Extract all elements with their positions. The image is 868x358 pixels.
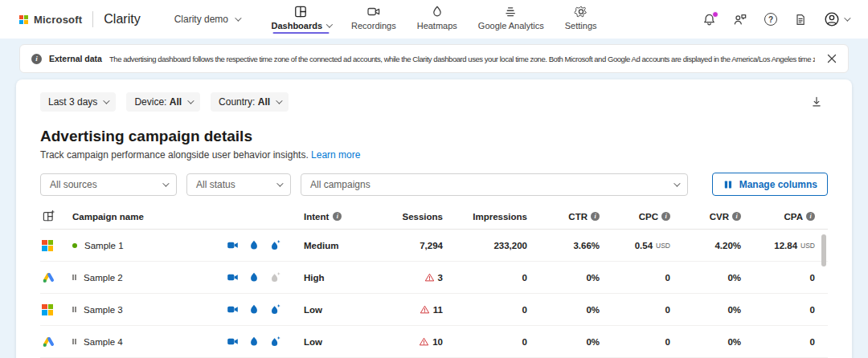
col-campaign-name[interactable]: Campaign name (72, 212, 227, 222)
cpa-value: 0 (741, 305, 815, 315)
status-dropdown[interactable]: All status (186, 173, 291, 196)
col-ctr[interactable]: CTRi (527, 212, 600, 222)
info-icon[interactable]: i (333, 212, 342, 221)
col-cpc[interactable]: CPCi (600, 212, 670, 222)
ctr-value: 0% (527, 337, 600, 347)
warning-icon (419, 336, 429, 347)
impressions-value: 0 (443, 337, 527, 347)
campaign-name: Sample 3 (84, 305, 123, 315)
cpa-value: 0 (741, 337, 815, 347)
chevron-down-icon (187, 97, 194, 104)
chevron-down-icon (276, 97, 282, 104)
device-filter-text: Device: All (134, 96, 182, 108)
status-active-icon (72, 243, 77, 248)
campaigns-table: Campaign name Intenti Sessions Impressio… (40, 204, 828, 358)
page-title: Advertising campaign details (40, 128, 828, 145)
tab-heatmaps[interactable]: Heatmaps (417, 5, 457, 34)
account-menu[interactable] (824, 11, 849, 27)
col-sessions[interactable]: Sessions (366, 212, 443, 222)
settings-icon (574, 5, 588, 18)
heatmap-icon[interactable] (248, 271, 260, 283)
campaign-name: Sample 2 (84, 273, 123, 283)
tab-dashboards[interactable]: Dashboards (271, 5, 330, 34)
notification-dot (712, 11, 719, 18)
cpc-value: 0 (600, 273, 670, 283)
notifications-button[interactable] (702, 13, 716, 26)
sources-dropdown[interactable]: All sources (40, 173, 177, 196)
ai-heatmap-icon[interactable] (269, 239, 281, 251)
cvr-value: 0% (670, 305, 741, 315)
main-nav: Dashboards Recordings Heatmaps Google An… (271, 5, 596, 34)
grid-add-icon (42, 210, 55, 223)
device-filter[interactable]: Device: All (126, 92, 200, 112)
intent-value: Low (294, 337, 366, 347)
col-cpa[interactable]: CPAi (741, 212, 815, 222)
intent-value: Medium (294, 241, 366, 250)
recordings-icon[interactable] (227, 336, 239, 348)
info-icon[interactable]: i (806, 212, 815, 221)
info-icon[interactable]: i (732, 212, 741, 221)
ctr-value: 0% (527, 273, 600, 283)
cpc-value: 0 (600, 305, 670, 315)
warning-icon (424, 272, 435, 283)
manage-columns-button[interactable]: Manage columns (712, 173, 828, 196)
google-ads-logo (42, 335, 55, 348)
warning-icon (420, 304, 430, 315)
ctr-value: 3.66% (527, 241, 600, 250)
cpc-value: 0.54USD (600, 241, 670, 250)
learn-more-link[interactable]: Learn more (311, 149, 360, 161)
ai-heatmap-icon[interactable] (269, 336, 281, 348)
campaign-name: Sample 1 (84, 241, 124, 250)
country-filter[interactable]: Country: All (211, 92, 289, 112)
ai-heatmap-icon[interactable] (269, 303, 281, 315)
recordings-icon[interactable] (227, 239, 239, 251)
table-row[interactable]: Sample 3 Low 11 0 0% 0 0% 0 (40, 294, 828, 326)
info-icon[interactable]: i (591, 212, 600, 221)
table-scrollbar[interactable] (821, 234, 826, 266)
manage-columns-label: Manage columns (739, 179, 817, 190)
status-paused-icon (72, 307, 76, 312)
download-button[interactable] (810, 96, 823, 108)
community-feedback-icon (733, 12, 747, 26)
table-row[interactable]: Sample 1 Medium 7,294 233,200 3.66% 0.54… (40, 230, 828, 262)
google-analytics-icon (504, 5, 518, 18)
col-intent[interactable]: Intenti (294, 212, 366, 222)
table-row[interactable]: Sample 2 High 3 0 0% 0 0% 0 (40, 262, 828, 294)
status-paused-icon (72, 339, 76, 344)
col-impressions[interactable]: Impressions (443, 212, 527, 222)
campaigns-dropdown-value: All campaigns (310, 179, 371, 190)
add-to-dashboard-button[interactable] (40, 210, 72, 223)
columns-icon (723, 179, 734, 190)
project-name: Clarity demo (174, 14, 228, 25)
microsoft-ads-logo (42, 240, 53, 251)
project-selector[interactable]: Clarity demo (174, 14, 240, 25)
table-row[interactable]: Sample 4 Low 10 0 0% 0 0% 0 (40, 326, 828, 358)
filter-chips-row: Last 3 days Device: All Country: All (40, 92, 828, 112)
documentation-button[interactable] (794, 13, 807, 26)
tab-label: Google Analytics (478, 21, 544, 31)
tab-recordings[interactable]: Recordings (351, 5, 396, 34)
community-feedback-button[interactable] (733, 12, 747, 26)
tab-label: Heatmaps (417, 21, 457, 31)
help-button[interactable]: ? (764, 13, 777, 26)
tab-settings[interactable]: Settings (565, 5, 597, 34)
heatmap-icon[interactable] (248, 239, 260, 251)
campaigns-dropdown[interactable]: All campaigns (301, 173, 688, 196)
info-icon[interactable]: i (661, 212, 670, 221)
chevron-down-icon (104, 97, 110, 104)
product-name: Clarity (104, 12, 140, 26)
google-ads-logo (42, 271, 55, 284)
recordings-icon[interactable] (227, 271, 239, 283)
heatmap-icon[interactable] (248, 336, 260, 348)
external-data-banner: i External data The advertising dashboar… (19, 44, 849, 73)
cvr-value: 0% (670, 337, 741, 347)
tab-google-analytics[interactable]: Google Analytics (478, 5, 544, 34)
country-filter-text: Country: All (219, 96, 270, 108)
col-cvr[interactable]: CVRi (670, 212, 741, 222)
cvr-value: 0% (670, 273, 741, 283)
close-banner-button[interactable] (827, 54, 837, 63)
date-range-filter[interactable]: Last 3 days (40, 92, 116, 112)
heatmap-icon[interactable] (248, 303, 260, 315)
recordings-icon[interactable] (227, 303, 239, 315)
tab-label: Dashboards (271, 21, 322, 31)
